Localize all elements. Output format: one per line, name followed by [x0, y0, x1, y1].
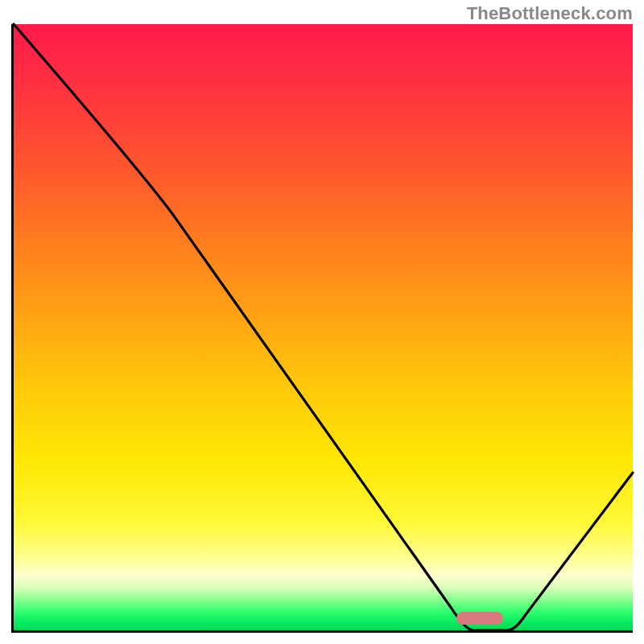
bottleneck-curve: [14, 24, 633, 630]
attribution-text: TheBottleneck.com: [467, 3, 633, 24]
optimum-range-marker: [456, 612, 503, 625]
chart-plot-area: [11, 24, 633, 633]
